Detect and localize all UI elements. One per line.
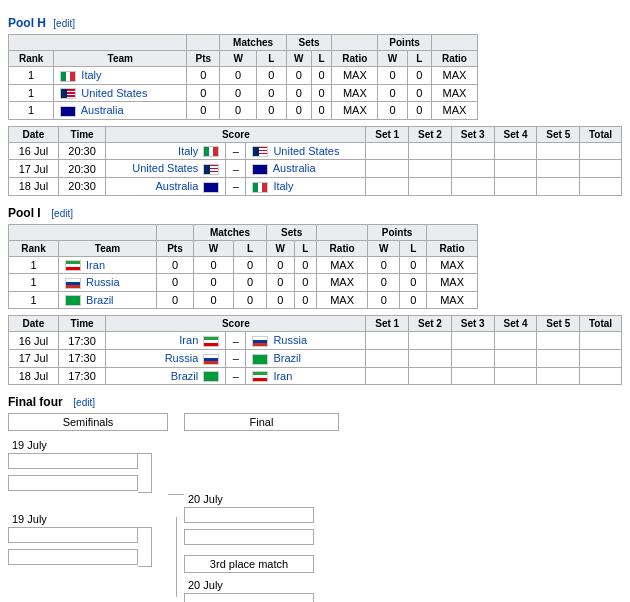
col-rank-team-i xyxy=(9,224,157,240)
col-score: Score xyxy=(106,126,366,142)
team-link[interactable]: Italy xyxy=(81,69,101,81)
set1 xyxy=(366,160,409,178)
pratio-cell: MAX xyxy=(431,102,477,120)
third-place-box: 3rd place match xyxy=(184,555,314,573)
col-matches-i: Matches xyxy=(193,224,266,240)
col-pratio-i: Ratio xyxy=(427,240,478,256)
pratio-cell: MAX xyxy=(427,274,478,292)
col-ml-i: L xyxy=(234,240,267,256)
flag-us xyxy=(203,164,219,175)
team-cell: Brazil xyxy=(58,291,156,309)
match-row: 17 Jul 17:30 Russia – Brazil xyxy=(9,349,622,367)
sratio-cell: MAX xyxy=(332,102,378,120)
set1 xyxy=(366,177,409,195)
team-cell: United States xyxy=(54,84,187,102)
rank-cell: 1 xyxy=(9,102,54,120)
ml-cell: 0 xyxy=(256,67,286,85)
ml-cell: 0 xyxy=(234,291,267,309)
team-link[interactable]: United States xyxy=(81,87,147,99)
final-team1 xyxy=(184,507,314,523)
match-time: 17:30 xyxy=(58,349,105,367)
rank-cell: 1 xyxy=(9,274,59,292)
col-sets: Sets xyxy=(286,35,331,51)
dash: – xyxy=(226,367,246,385)
mw-cell: 0 xyxy=(193,256,233,274)
team-cell: Italy xyxy=(54,67,187,85)
total xyxy=(580,142,622,160)
flag-br xyxy=(252,354,268,365)
set2 xyxy=(409,332,452,350)
set2 xyxy=(409,160,452,178)
dash: – xyxy=(226,160,246,178)
col-sratio: Ratio xyxy=(332,51,378,67)
team-link[interactable]: Iran xyxy=(86,259,105,271)
semifinals-header: Semifinals xyxy=(8,413,168,431)
match-row: 18 Jul 17:30 Brazil – Iran xyxy=(9,367,622,385)
sl-cell: 0 xyxy=(311,84,331,102)
sf1-connector xyxy=(138,453,152,493)
team-cell: Australia xyxy=(54,102,187,120)
table-row: 1 Russia 0 0 0 0 0 MAX 0 0 MAX xyxy=(9,274,478,292)
home-team: United States xyxy=(106,160,226,178)
pl-cell: 0 xyxy=(407,67,431,85)
set3 xyxy=(451,367,494,385)
home-team: Russia xyxy=(106,349,226,367)
match-time: 20:30 xyxy=(58,177,105,195)
sf-match1 xyxy=(8,453,168,493)
match-date: 16 Jul xyxy=(9,332,59,350)
col-pts-sub-i: Pts xyxy=(157,240,194,256)
set5 xyxy=(537,349,580,367)
flag-au xyxy=(252,164,268,175)
pl-cell: 0 xyxy=(400,256,427,274)
pts-cell: 0 xyxy=(157,291,194,309)
team-cell: Russia xyxy=(58,274,156,292)
col-sl-i: L xyxy=(294,240,317,256)
match-date: 18 Jul xyxy=(9,367,59,385)
pts-cell: 0 xyxy=(187,102,220,120)
set5 xyxy=(537,160,580,178)
total xyxy=(580,367,622,385)
flag-it xyxy=(60,71,76,82)
standings-header-top: Matches Sets Points xyxy=(9,35,478,51)
col-pts-i xyxy=(157,224,194,240)
total xyxy=(580,177,622,195)
sw-cell: 0 xyxy=(286,67,311,85)
pratio-cell: MAX xyxy=(427,291,478,309)
table-row: 1 Iran 0 0 0 0 0 MAX 0 0 MAX xyxy=(9,256,478,274)
dash: – xyxy=(226,142,246,160)
set5 xyxy=(537,367,580,385)
sw-cell: 0 xyxy=(267,274,295,292)
team-link[interactable]: Australia xyxy=(81,104,124,116)
ml-cell: 0 xyxy=(234,274,267,292)
flag-it xyxy=(252,182,268,193)
col-set5: Set 5 xyxy=(537,126,580,142)
final-four-edit[interactable]: [edit] xyxy=(73,397,95,408)
pool-h-link[interactable]: Pool H xyxy=(8,16,46,30)
line-vert xyxy=(176,517,177,597)
set4 xyxy=(494,367,537,385)
set2 xyxy=(409,177,452,195)
semifinals-col: Semifinals 19 July 19 July xyxy=(8,413,168,602)
third-team1 xyxy=(184,593,314,602)
pool-h-edit[interactable]: [edit] xyxy=(53,18,75,29)
flag-ru xyxy=(252,336,268,347)
ml-cell: 0 xyxy=(234,256,267,274)
sf-date2: 19 July xyxy=(12,513,168,525)
col-date-i: Date xyxy=(9,316,59,332)
sf-match2 xyxy=(8,527,168,567)
flag-it xyxy=(203,146,219,157)
pl-cell: 0 xyxy=(400,291,427,309)
team-link[interactable]: Brazil xyxy=(86,294,114,306)
set1 xyxy=(366,367,409,385)
set2 xyxy=(409,367,452,385)
pool-i-edit[interactable]: [edit] xyxy=(51,208,73,219)
col-set2-i: Set 2 xyxy=(409,316,452,332)
team-link[interactable]: Russia xyxy=(86,276,120,288)
col-rank: Rank xyxy=(9,51,54,67)
mw-cell: 0 xyxy=(220,67,256,85)
col-mw: W xyxy=(220,51,256,67)
sratio-cell: MAX xyxy=(332,67,378,85)
final-four-title: Final four [edit] xyxy=(8,395,622,409)
col-pw: W xyxy=(378,51,407,67)
dash: – xyxy=(226,177,246,195)
